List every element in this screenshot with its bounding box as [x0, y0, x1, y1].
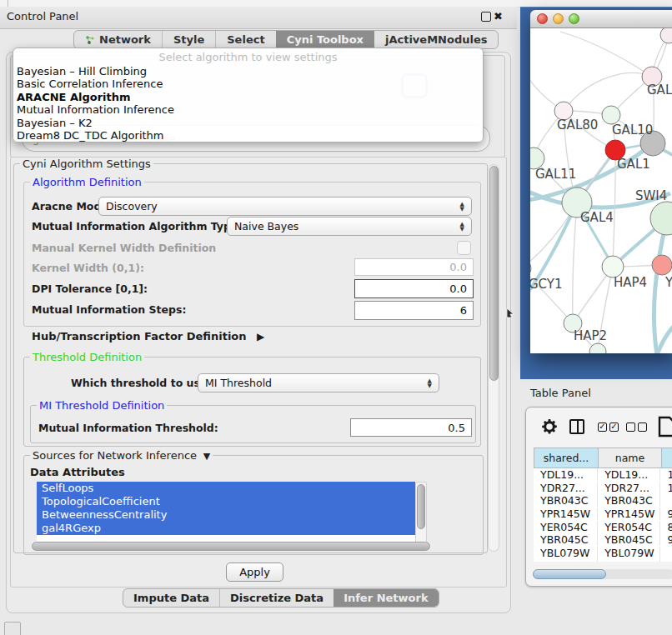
- network-icon: [85, 35, 95, 45]
- settings-gear-icon[interactable]: [541, 418, 558, 435]
- hub-definition-toggle[interactable]: Hub/Transcription Factor Definition ▶: [32, 330, 264, 342]
- chevron-down-icon[interactable]: ▼: [200, 451, 210, 462]
- dpi-tolerance-value: 0.0: [449, 282, 467, 295]
- network-node-y[interactable]: [652, 255, 672, 275]
- table-row[interactable]: YPR145WYPR145W9.: [534, 508, 672, 521]
- data-attributes-list[interactable]: SelfLoopsTopologicalCoefficientBetweenne…: [37, 482, 415, 545]
- dpi-tolerance-label: DPI Tolerance [0,1]:: [32, 282, 148, 295]
- table-cell: YER054C: [534, 521, 598, 533]
- mi-type-combo[interactable]: Naive Bayes ▲▼: [227, 217, 472, 236]
- table-cell: 12: [660, 482, 672, 494]
- chevron-right-icon[interactable]: ▶: [257, 331, 264, 342]
- minimize-traffic-light-icon[interactable]: [553, 13, 564, 24]
- close-icon[interactable]: ✖: [494, 10, 503, 22]
- settings-scrollbar-thumb[interactable]: [489, 166, 499, 381]
- bottom-tab-impute-data[interactable]: Impute Data: [123, 589, 219, 607]
- column-header-shared...[interactable]: shared...: [534, 448, 599, 468]
- spinner-arrows-icon[interactable]: ▲▼: [428, 378, 432, 388]
- algorithm-dropdown-popup: Select algorithm to view settings Bayesi…: [13, 48, 484, 142]
- which-threshold-value: MI Threshold: [205, 377, 272, 389]
- table-row[interactable]: YDR27...YDR27...12: [534, 482, 672, 495]
- table-cell: 9.: [660, 559, 672, 562]
- aracne-mode-combo[interactable]: Discovery ▲▼: [98, 197, 472, 216]
- undock-icon[interactable]: [481, 12, 491, 22]
- algorithm-option[interactable]: Bayesian – K2: [13, 117, 483, 129]
- tab-label: jActiveMNodules: [385, 33, 488, 46]
- control-panel-tabbar: NetworkStyleSelectCyni ToolboxjActiveMNo…: [73, 30, 499, 49]
- spinner-arrows-icon[interactable]: ▲▼: [460, 222, 464, 232]
- node-label: GAL80: [557, 118, 598, 132]
- tab-style[interactable]: Style: [162, 31, 215, 48]
- bottom-tab-infer-network[interactable]: Infer Network: [333, 589, 438, 607]
- data-attribute-item[interactable]: gal4RGexp: [37, 522, 415, 535]
- sources-hscrollbar-thumb[interactable]: [32, 542, 430, 551]
- tab-cyni-toolbox[interactable]: Cyni Toolbox: [276, 31, 374, 48]
- which-threshold-label: Which threshold to use:: [71, 377, 211, 389]
- which-threshold-combo[interactable]: MI Threshold ▲▼: [198, 373, 439, 392]
- mi-steps-field[interactable]: 6: [354, 301, 474, 320]
- page-icon[interactable]: [658, 416, 672, 438]
- tab-network[interactable]: Network: [74, 31, 162, 48]
- data-attribute-item[interactable]: SelfLoops: [37, 482, 415, 495]
- attributes-list-scrollbar-thumb[interactable]: [417, 484, 425, 529]
- node-label: GAL1: [617, 157, 650, 172]
- column-header-hidden[interactable]: [662, 448, 672, 468]
- network-canvas[interactable]: GALGAL80GAL10GAL1GAL11GAL4SWI4GCY1HAP4YH…: [530, 28, 672, 353]
- algorithm-definition-title: Algorithm Definition: [30, 176, 144, 188]
- table-cell: YDR27...: [598, 482, 660, 494]
- mi-threshold-field[interactable]: 0.5: [350, 418, 472, 437]
- table-row[interactable]: YBR043CYBR043C: [534, 494, 672, 508]
- collapsed-panel-icon[interactable]: [4, 622, 21, 635]
- algorithm-option[interactable]: Basic Correlation Inference: [13, 78, 483, 90]
- table-panel-window: ✓✓ shared...name YDL19...YDL19...13YDR27…: [525, 407, 672, 587]
- table-row[interactable]: YLR345WYLR345W9.: [534, 559, 672, 562]
- split-columns-icon[interactable]: [569, 419, 584, 434]
- tab-label: Network: [99, 33, 151, 46]
- tab-jactivemnodules[interactable]: jActiveMNodules: [374, 31, 499, 48]
- mouse-cursor: [506, 308, 515, 318]
- mi-threshold-value: 0.5: [448, 422, 465, 434]
- table-row[interactable]: YDL19...YDL19...13: [534, 468, 672, 482]
- network-node[interactable]: [589, 343, 606, 353]
- table-row[interactable]: YBL079WYBL079W: [534, 547, 672, 560]
- tab-select[interactable]: Select: [215, 31, 275, 48]
- table-cell: YDL19...: [534, 468, 598, 481]
- table-cell: YBR045C: [598, 533, 660, 546]
- kernel-width-value: 0.0: [449, 261, 467, 273]
- close-traffic-light-icon[interactable]: [537, 13, 548, 24]
- data-attribute-item[interactable]: BetweennessCentrality: [37, 508, 415, 522]
- sources-group-title: Sources for Network Inference ▼: [30, 449, 213, 462]
- node-label: SWI4: [635, 188, 667, 203]
- data-attribute-item[interactable]: TopologicalCoefficient: [37, 495, 415, 508]
- tab-label: Style: [173, 33, 204, 46]
- apply-button-label: Apply: [239, 566, 270, 578]
- table-header-row[interactable]: shared...name: [534, 448, 672, 468]
- tab-label: Cyni Toolbox: [287, 33, 364, 46]
- algorithm-option[interactable]: Bayesian – Hill Climbing: [13, 65, 483, 78]
- network-window-titlebar[interactable]: [530, 10, 672, 28]
- spinner-arrows-icon[interactable]: ▲▼: [460, 202, 464, 212]
- algorithm-option[interactable]: ARACNE Algorithm: [13, 91, 483, 103]
- apply-button[interactable]: Apply: [226, 562, 283, 582]
- table-hscrollbar-thumb[interactable]: [533, 569, 606, 579]
- column-header-name[interactable]: name: [599, 448, 662, 468]
- table-row[interactable]: YER054CYER054C8.: [534, 520, 672, 533]
- checked-pair-icon[interactable]: ✓✓: [598, 422, 619, 432]
- zoom-traffic-light-icon[interactable]: [569, 13, 579, 24]
- network-node-gal10[interactable]: [602, 106, 620, 124]
- table-row[interactable]: YBR045CYBR045C9.: [534, 533, 672, 547]
- network-node-gcy1[interactable]: [530, 259, 531, 278]
- tab-label: Select: [227, 33, 264, 46]
- network-node[interactable]: [660, 28, 672, 43]
- dpi-tolerance-field[interactable]: 0.0: [354, 279, 474, 298]
- panel-title: Control Panel: [7, 10, 78, 22]
- table-cell: YBR045C: [534, 533, 598, 546]
- node-label: HAP2: [574, 328, 607, 343]
- bottom-tab-discretize-data[interactable]: Discretize Data: [219, 589, 333, 607]
- table-rows[interactable]: YDL19...YDL19...13YDR27...YDR27...12YBR0…: [534, 468, 672, 562]
- algorithm-option[interactable]: Mutual Information Inference: [13, 103, 483, 116]
- algorithm-option[interactable]: Dream8 DC_TDC Algorithm: [13, 129, 483, 142]
- unchecked-pair-icon[interactable]: [626, 422, 647, 432]
- mi-type-label: Mutual Information Algorithm Type:: [32, 220, 242, 232]
- manual-kernel-checkbox[interactable]: [457, 241, 471, 255]
